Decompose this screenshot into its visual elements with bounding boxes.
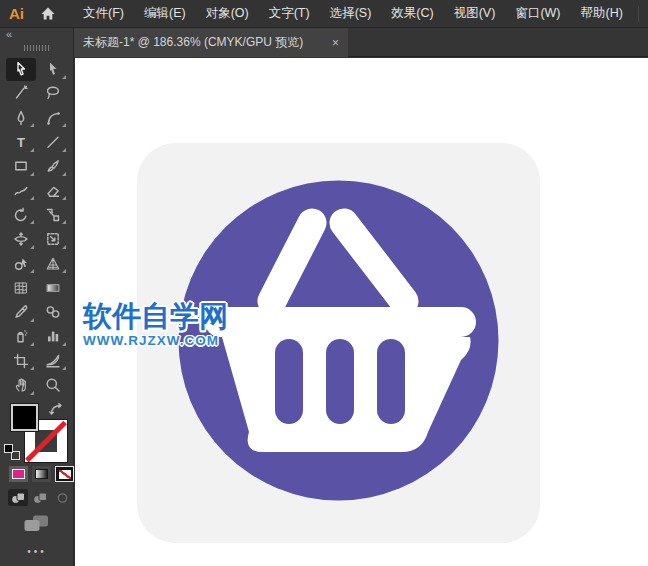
draw-normal-icon (11, 492, 26, 504)
magic-wand-icon (13, 85, 29, 101)
line-segment-tool[interactable] (38, 131, 68, 154)
panel-grip-handle[interactable] (24, 45, 51, 51)
draw-behind-button[interactable] (30, 489, 50, 506)
selection-icon (13, 61, 29, 77)
illustrator-window: Ai 文件(F) 编辑(E) 对象(O) 文字(T) 选择(S) 效果(C) 视… (0, 0, 648, 566)
free-transform-tool[interactable] (38, 228, 68, 251)
scale-icon (45, 207, 61, 223)
edit-toolbar-dots-icon[interactable]: ••• (0, 546, 74, 557)
default-fill-stroke-icon[interactable] (4, 444, 20, 460)
width-tool[interactable] (6, 228, 36, 251)
line-segment-icon (45, 134, 61, 150)
rectangle-icon (13, 158, 29, 174)
gradient-swatch-button[interactable] (32, 466, 51, 482)
rotate-icon (13, 207, 29, 223)
menu-object[interactable]: 对象(O) (196, 0, 259, 27)
document-tab-title: 未标题-1* @ 186.36% (CMYK/GPU 预览) (83, 34, 303, 51)
document-tab[interactable]: 未标题-1* @ 186.36% (CMYK/GPU 预览) × (74, 28, 348, 57)
slice-icon (45, 353, 61, 369)
menu-window[interactable]: 窗口(W) (505, 0, 570, 27)
shaper-tool[interactable] (6, 179, 36, 202)
none-swatch-button[interactable] (55, 466, 74, 482)
home-icon[interactable] (40, 6, 56, 21)
document-canvas[interactable]: 软件自学网 WWW.RJZXW.COM (75, 58, 648, 566)
eyedropper-icon (13, 304, 29, 320)
change-screen-mode-icon[interactable] (23, 514, 50, 537)
free-transform-icon (45, 231, 61, 247)
shape-builder-tool[interactable] (6, 252, 36, 275)
app-logo[interactable]: Ai (9, 5, 24, 22)
type-icon: T (13, 134, 29, 150)
swatch-type-buttons (9, 466, 74, 482)
menu-view[interactable]: 视图(V) (444, 0, 506, 27)
zoom-icon (45, 377, 61, 393)
pen-icon (13, 110, 29, 126)
curvature-tool[interactable] (38, 106, 68, 129)
collapse-panel-icon[interactable]: « (6, 28, 12, 40)
draw-inside-button[interactable] (52, 489, 72, 506)
artboard-icon (13, 353, 29, 369)
paintbrush-icon (45, 158, 61, 174)
slice-tool[interactable] (38, 349, 68, 372)
menu-effect[interactable]: 效果(C) (381, 0, 443, 27)
menu-edit[interactable]: 编辑(E) (134, 0, 196, 27)
lasso-tool[interactable] (38, 82, 68, 105)
menu-select[interactable]: 选择(S) (320, 0, 382, 27)
selection-tool[interactable] (6, 58, 36, 81)
gradient-icon (45, 280, 61, 296)
lasso-icon (45, 85, 61, 101)
type-tool[interactable]: T (6, 131, 36, 154)
scale-tool[interactable] (38, 203, 68, 226)
basket-rim[interactable] (205, 307, 476, 337)
artboard-tool[interactable] (6, 349, 36, 372)
watermark-site-name: 软件自学网 (83, 302, 228, 331)
pen-tool[interactable] (6, 106, 36, 129)
draw-normal-button[interactable] (8, 489, 28, 506)
menu-help[interactable]: 帮助(H) (571, 0, 633, 27)
eraser-tool[interactable] (38, 179, 68, 202)
eraser-icon (45, 183, 61, 199)
direct-selection-tool[interactable] (38, 58, 68, 81)
hand-tool[interactable] (6, 374, 36, 397)
gradient-tool[interactable] (38, 276, 68, 299)
tools-panel: « T (0, 28, 74, 566)
menu-file[interactable]: 文件(F) (73, 0, 134, 27)
watermark-url: WWW.RJZXW.COM (83, 334, 228, 348)
basket-slot (377, 339, 405, 424)
curvature-icon (45, 110, 61, 126)
paintbrush-tool[interactable] (38, 155, 68, 178)
direct-selection-icon (45, 61, 61, 77)
draw-inside-icon (55, 492, 70, 504)
perspective-grid-tool[interactable] (38, 252, 68, 275)
color-swatch-button[interactable] (9, 466, 28, 482)
blend-tool[interactable] (38, 301, 68, 324)
blend-icon (45, 304, 61, 320)
mesh-tool[interactable] (6, 276, 36, 299)
magic-wand-tool[interactable] (6, 82, 36, 105)
drawing-mode-buttons (8, 489, 72, 506)
column-graph-icon (45, 328, 61, 344)
watermark: 软件自学网 WWW.RJZXW.COM (83, 302, 228, 348)
svg-text:T: T (17, 135, 25, 150)
basket-slot (326, 339, 354, 424)
perspective-grid-icon (45, 256, 61, 272)
symbol-sprayer-tool[interactable] (6, 325, 36, 348)
swap-fill-stroke-icon[interactable] (48, 402, 65, 420)
symbol-sprayer-icon (13, 328, 29, 344)
mesh-icon (13, 280, 29, 296)
menu-bar: Ai 文件(F) 编辑(E) 对象(O) 文字(T) 选择(S) 效果(C) 视… (0, 0, 648, 28)
zoom-tool[interactable] (38, 374, 68, 397)
rotate-tool[interactable] (6, 203, 36, 226)
column-graph-tool[interactable] (38, 325, 68, 348)
menubar-divider (638, 6, 639, 22)
draw-behind-icon (33, 492, 48, 504)
rectangle-tool[interactable] (6, 155, 36, 178)
fill-swatch[interactable] (11, 404, 38, 431)
document-tab-bar: 未标题-1* @ 186.36% (CMYK/GPU 预览) × (74, 28, 648, 57)
eyedropper-tool[interactable] (6, 301, 36, 324)
tab-close-icon[interactable]: × (324, 36, 339, 50)
basket-slot (275, 339, 303, 424)
menu-type[interactable]: 文字(T) (259, 0, 320, 27)
shape-builder-icon (13, 256, 29, 272)
tool-grid: T (5, 57, 69, 397)
